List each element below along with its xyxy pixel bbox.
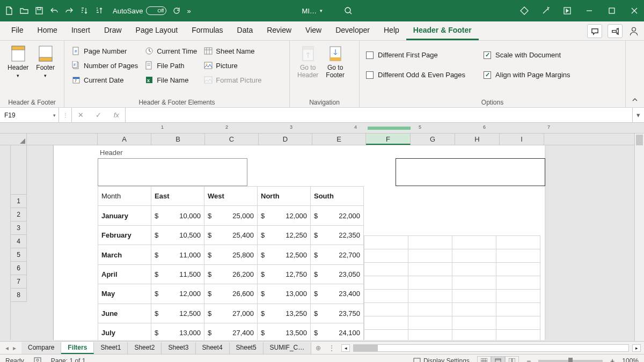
qat-more[interactable]: » (187, 7, 191, 15)
header-sections[interactable] (98, 158, 545, 186)
undo-icon[interactable] (49, 6, 59, 16)
macro-record-icon[interactable] (34, 356, 41, 362)
goto-footer-button[interactable]: Go to Footer (324, 44, 347, 97)
current-date-button[interactable]: 7Current Date (70, 74, 140, 86)
row-7[interactable]: 7 (11, 275, 27, 289)
zoom-in-button[interactable]: + (610, 357, 614, 363)
scale-with-document-checkbox[interactable]: Scale with Document (482, 49, 571, 61)
comments-button[interactable] (587, 24, 602, 38)
row-5[interactable]: 5 (11, 248, 27, 262)
col-H[interactable]: H (455, 134, 500, 145)
formula-input[interactable] (126, 108, 632, 122)
col-A[interactable]: A (98, 134, 151, 145)
save-icon[interactable] (34, 6, 44, 16)
zoom-slider[interactable] (538, 360, 603, 362)
header-left-section[interactable] (98, 158, 247, 186)
select-all-corner[interactable] (0, 134, 27, 145)
header-center-section[interactable] (247, 158, 397, 186)
row-3[interactable]: 3 (11, 221, 27, 235)
column-headers[interactable]: A B C D E F G H I (0, 134, 644, 145)
row-2[interactable]: 2 (11, 208, 27, 221)
file-path-button[interactable]: File Path (143, 60, 199, 71)
add-sheet-button[interactable]: ⊕ (311, 344, 325, 352)
col-I[interactable]: I (500, 134, 544, 145)
hscroll-right[interactable]: ▸ (632, 344, 641, 352)
new-file-icon[interactable] (4, 6, 14, 16)
share-button[interactable] (608, 24, 623, 38)
close-button[interactable] (629, 5, 640, 16)
col-C[interactable]: C (205, 134, 259, 145)
tab-view[interactable]: View (298, 21, 328, 40)
col-F[interactable]: F (366, 134, 411, 145)
header-button[interactable]: Header ▾ (5, 44, 31, 97)
tab-file[interactable]: File (4, 21, 31, 40)
file-name-button[interactable]: xFile Name (143, 74, 199, 86)
sort-desc-icon[interactable] (94, 6, 104, 16)
app-mode-icon[interactable] (562, 6, 572, 16)
search-box[interactable] (344, 6, 408, 15)
redo-icon[interactable] (64, 6, 74, 16)
different-odd-even-checkbox[interactable]: Different Odd & Even Pages (365, 69, 466, 80)
formula-bar-options[interactable]: ⋮ (59, 108, 72, 122)
fx-button[interactable]: fx (114, 111, 119, 119)
row-6[interactable]: 6 (11, 262, 27, 275)
display-settings-button[interactable]: Display Settings (413, 357, 470, 363)
tab-insert[interactable]: Insert (64, 21, 97, 40)
sheet-nav-next[interactable]: ▸ (13, 344, 16, 352)
sheet-tab-sheet4[interactable]: Sheet4 (196, 342, 230, 354)
row-4[interactable]: 4 (11, 235, 27, 248)
col-D[interactable]: D (259, 134, 312, 145)
hscroll-left[interactable]: ◂ (341, 344, 350, 352)
tab-header-footer[interactable]: Header & Footer (406, 21, 479, 40)
number-of-pages-button[interactable]: #Number of Pages (70, 60, 140, 71)
row-8[interactable]: 8 (11, 289, 27, 302)
wand-icon[interactable] (541, 6, 551, 16)
tab-page-layout[interactable]: Page Layout (129, 21, 185, 40)
col-E[interactable]: E (312, 134, 366, 145)
page-break-view-button[interactable] (505, 356, 519, 363)
filename[interactable]: MI… ▾ (302, 7, 323, 15)
tab-draw[interactable]: Draw (97, 21, 129, 40)
tab-data[interactable]: Data (230, 21, 260, 40)
account-icon[interactable] (628, 24, 640, 38)
sheet-tab-filters[interactable]: Filters (61, 342, 94, 354)
tab-review[interactable]: Review (260, 21, 298, 40)
footer-button[interactable]: Footer ▾ (34, 44, 57, 97)
sheet-tab-compare[interactable]: Compare (21, 342, 61, 354)
minimize-button[interactable] (584, 5, 595, 16)
tab-help[interactable]: Help (377, 21, 406, 40)
open-icon[interactable] (19, 6, 29, 16)
refresh-icon[interactable] (172, 6, 181, 16)
zoom-level[interactable]: 100% (622, 357, 639, 363)
sheet-nav-prev[interactable]: ◂ (5, 344, 9, 352)
sheet-tab-sheet1[interactable]: Sheet1 (94, 342, 128, 354)
maximize-button[interactable] (606, 5, 617, 16)
sheet-name-button[interactable]: Sheet Name (202, 45, 263, 57)
sheet-tab-sheet3[interactable]: Sheet3 (162, 342, 195, 354)
row-1[interactable]: 1 (11, 195, 27, 208)
sheet-tab-sheet5[interactable]: Sheet5 (230, 342, 264, 354)
different-first-page-checkbox[interactable]: Different First Page (365, 49, 466, 61)
horizontal-scrollbar[interactable] (353, 344, 629, 352)
normal-view-button[interactable] (477, 356, 491, 363)
sort-asc-icon[interactable] (79, 6, 89, 16)
picture-button[interactable]: Picture (202, 60, 263, 71)
sheet-tab-sumif[interactable]: SUMIF_C… (264, 342, 312, 354)
align-page-margins-checkbox[interactable]: Align with Page Margins (482, 69, 571, 80)
page-number-button[interactable]: #Page Number (70, 45, 140, 57)
current-time-button[interactable]: Current Time (143, 45, 199, 57)
page-layout-view-button[interactable] (491, 356, 505, 363)
tab-formulas[interactable]: Formulas (185, 21, 230, 40)
zoom-out-button[interactable]: − (526, 357, 531, 363)
tab-home[interactable]: Home (31, 21, 64, 40)
row-headers[interactable]: 1 2 3 4 5 6 7 8 (11, 145, 27, 340)
tab-developer[interactable]: Developer (328, 21, 377, 40)
empty-cells[interactable] (364, 186, 540, 340)
vertical-scrollbar[interactable] (634, 134, 644, 341)
expand-formula-bar[interactable]: ▾ (632, 108, 644, 122)
data-table[interactable]: MonthEastWestNorthSouth January$10,000$2… (98, 186, 364, 340)
diamond-icon[interactable] (519, 6, 529, 16)
sheet-tab-sheet2[interactable]: Sheet2 (128, 342, 162, 354)
header-right-section[interactable] (396, 158, 545, 186)
col-B[interactable]: B (151, 134, 205, 145)
